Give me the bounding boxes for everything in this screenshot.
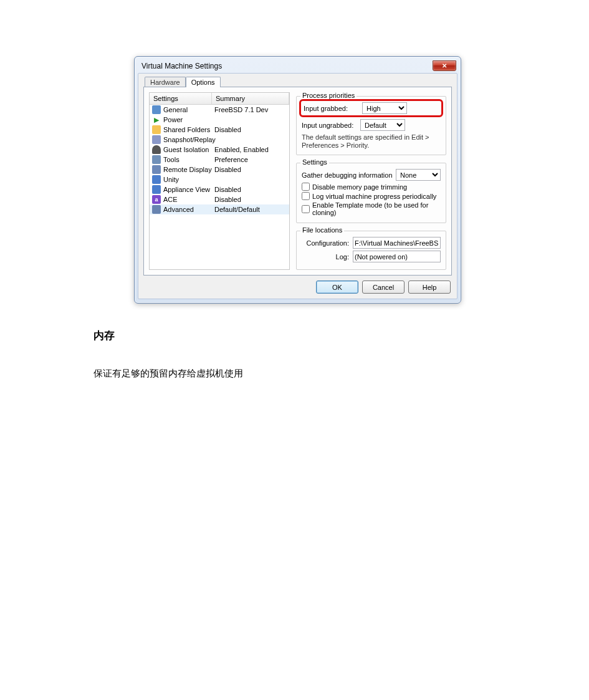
remote-display-icon: [152, 165, 161, 174]
label-configuration: Configuration:: [302, 239, 349, 247]
ok-button[interactable]: OK: [316, 280, 358, 294]
list-item[interactable]: Guest Isolation Enabled, Enabled: [150, 145, 289, 155]
checkbox-label: Enable Template mode (to be used for clo…: [312, 201, 441, 216]
appliance-icon: [152, 185, 161, 194]
list-item[interactable]: Remote Display Disabled: [150, 165, 289, 175]
unity-icon: [152, 175, 161, 184]
list-item[interactable]: Advanced Default/Default: [150, 204, 289, 214]
snapshot-icon: [152, 135, 161, 144]
lock-icon: [152, 145, 161, 154]
tab-hardware[interactable]: Hardware: [145, 77, 186, 87]
folder-icon: [152, 125, 161, 134]
file-locations-group: File locations Configuration: Log:: [296, 231, 446, 270]
article-heading: 内存: [93, 328, 502, 343]
gather-debug-select[interactable]: None: [396, 169, 441, 181]
list-item[interactable]: Appliance View Disabled: [150, 185, 289, 194]
ace-icon: a: [152, 195, 161, 204]
tab-options[interactable]: Options: [186, 77, 221, 87]
close-icon: ✕: [442, 62, 447, 69]
checkbox-label: Log virtual machine progress periodicall…: [312, 193, 436, 200]
power-icon: ▶: [152, 115, 161, 124]
label-log: Log:: [302, 253, 349, 261]
checkbox-label: Disable memory page trimming: [312, 183, 407, 191]
close-button[interactable]: ✕: [433, 60, 456, 71]
vm-settings-dialog: Virtual Machine Settings ✕ Hardware Opti…: [134, 56, 461, 304]
list-item[interactable]: Tools Preference: [150, 155, 289, 165]
article-paragraph: 保证有足够的预留内存给虚拟机使用: [93, 368, 502, 380]
input-grabbed-select[interactable]: High: [362, 102, 407, 114]
list-item[interactable]: aACE Disabled: [150, 194, 289, 204]
label-gather-debug: Gather debugging information: [302, 171, 393, 179]
label-input-grabbed: Input grabbed:: [304, 105, 360, 112]
list-item[interactable]: Snapshot/Replay: [150, 135, 289, 145]
list-item[interactable]: Unity: [150, 175, 289, 185]
tools-icon: [152, 155, 161, 164]
list-item[interactable]: ▶Power: [150, 115, 289, 125]
configuration-path-field[interactable]: [353, 237, 441, 249]
group-legend: Process priorities: [300, 92, 357, 99]
label-input-ungrabbed: Input ungrabbed:: [302, 122, 358, 129]
general-icon: [152, 105, 161, 114]
advanced-icon: [152, 205, 161, 214]
settings-group: Settings Gather debugging information No…: [296, 163, 446, 223]
group-legend: Settings: [300, 158, 329, 166]
input-ungrabbed-select[interactable]: Default: [360, 119, 405, 131]
process-priorities-group: Process priorities Input grabbed: High I…: [296, 96, 446, 155]
window-title: Virtual Machine Settings: [141, 62, 222, 70]
col-settings: Settings: [150, 93, 212, 104]
log-progress-checkbox[interactable]: [302, 192, 310, 200]
enable-template-mode-checkbox[interactable]: [302, 205, 310, 213]
cancel-button[interactable]: Cancel: [362, 280, 405, 294]
group-legend: File locations: [300, 226, 344, 234]
highlight-input-grabbed: Input grabbed: High: [299, 99, 443, 117]
list-item[interactable]: Shared Folders Disabled: [150, 125, 289, 135]
help-button[interactable]: Help: [408, 280, 451, 294]
disable-memory-trimming-checkbox[interactable]: [302, 183, 310, 191]
settings-list: Settings Summary General FreeBSD 7.1 Dev…: [149, 92, 290, 270]
col-summary: Summary: [212, 93, 289, 104]
log-path-field[interactable]: [353, 251, 441, 262]
list-item[interactable]: General FreeBSD 7.1 Dev: [150, 105, 289, 115]
priority-hint: The default settings are specified in Ed…: [302, 133, 441, 150]
